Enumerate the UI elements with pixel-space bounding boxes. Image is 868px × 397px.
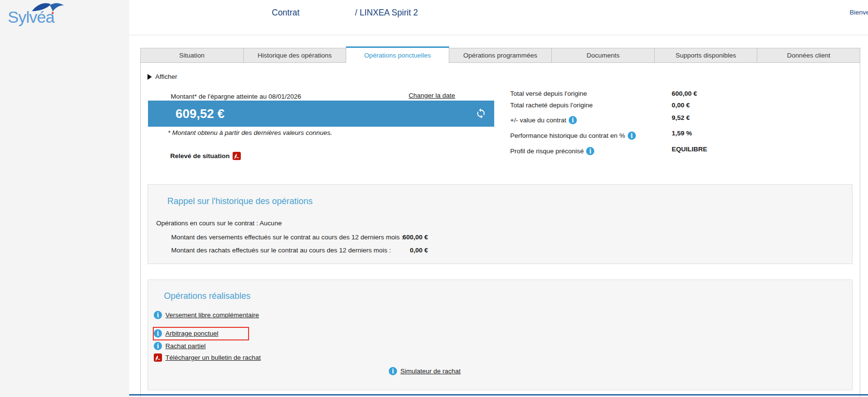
tab-situation[interactable]: Situation [140, 48, 244, 63]
savings-amount-value: 609,52 € [176, 106, 224, 121]
info-icon[interactable]: i [586, 147, 594, 155]
bulletin-rachat-link[interactable]: Télécharger un bulletin de rachat [165, 354, 261, 361]
info-icon[interactable]: i [154, 329, 162, 338]
info-icon[interactable]: i [389, 367, 397, 375]
op-bulletin-rachat: Télécharger un bulletin de rachat [154, 353, 261, 362]
stat-performance-label: Performance historique du contrat en % i [510, 132, 636, 140]
arbitrage-ponctuel-link[interactable]: Arbitrage ponctuel [165, 330, 219, 337]
history-rachats-row: Montant des rachats effectués sur le con… [171, 247, 391, 254]
breadcrumb-contract-name: / LINXEA Spirit 2 [355, 8, 418, 18]
op-versement-libre: i Versement libre complémentaire [154, 311, 259, 319]
savings-amount-box: 609,52 € [148, 101, 494, 127]
history-versements-row: Montant des versements effectués sur le … [171, 234, 403, 241]
tab-supports-disponibles[interactable]: Supports disponibles [654, 48, 758, 63]
afficher-label: Afficher [155, 73, 177, 80]
tab-bar: Situation Historique des opérations Opér… [140, 46, 860, 63]
pdf-icon[interactable] [154, 353, 162, 362]
history-recap-title: Rappel sur l'historique des opérations [167, 196, 313, 206]
tab-historique-des-operations[interactable]: Historique des opérations [243, 48, 347, 63]
stat-total-rachete-value: 0,00 € [672, 102, 690, 109]
breadcrumb-root: Contrat [272, 8, 299, 18]
history-recap-box: Rappel sur l'historique des opérations O… [147, 184, 853, 264]
contract-page: Sylvéa Contrat / LINXEA Spirit 2 Bienven… [0, 0, 868, 397]
tab-operations-ponctuelles[interactable]: Opérations ponctuelles [346, 46, 449, 63]
pdf-icon[interactable] [233, 152, 241, 160]
savings-amount-label: Montant* de l'épargne atteinte au 08/01/… [171, 93, 301, 100]
stat-performance-value: 1,59 % [672, 130, 692, 137]
refresh-icon[interactable] [475, 108, 486, 121]
tab-donnees-client[interactable]: Données client [757, 48, 860, 63]
op-simulateur-rachat: i Simulateur de rachat [389, 367, 461, 375]
history-rachats-value: 0,00 € [400, 247, 428, 254]
info-icon[interactable]: i [154, 342, 162, 350]
current-operations-text: Opérations en cours sur le contrat : Auc… [156, 220, 282, 227]
stat-plus-value-value: 9,52 € [672, 114, 690, 121]
afficher-toggle[interactable]: Afficher [147, 73, 177, 80]
available-operations-title: Opérations réalisables [164, 291, 250, 301]
top-header: Contrat / LINXEA Spirit 2 Bienvenue, | D… [129, 0, 868, 35]
stat-profil-risque-label: Profil de risque préconisé i [510, 147, 594, 155]
statement-row: Relevé de situation [170, 152, 241, 160]
amount-footnote: * Montant obtenu à partir des dernières … [168, 129, 332, 136]
versement-libre-link[interactable]: Versement libre complémentaire [165, 311, 259, 319]
info-icon[interactable]: i [628, 132, 636, 140]
stat-profil-risque-value: EQUILIBRE [672, 146, 707, 153]
stat-plus-value-label: +/- value du contrat i [510, 116, 577, 124]
history-versements-value: 600,00 € [400, 234, 428, 241]
tab-operations-programmees[interactable]: Opérations programmées [449, 48, 552, 63]
welcome-text: Bienvenue, [850, 9, 868, 16]
logo[interactable]: Sylvéa [8, 8, 54, 27]
simulateur-rachat-link[interactable]: Simulateur de rachat [400, 368, 461, 375]
stat-total-verse-value: 600,00 € [672, 90, 697, 97]
op-rachat-partiel: i Rachat partiel [154, 342, 206, 350]
expand-arrow-icon [147, 74, 152, 80]
footer-divider [129, 394, 868, 396]
stat-total-rachete-label: Total racheté depuis l'origine [510, 102, 593, 109]
stat-total-verse-label: Total versé depuis l'origine [510, 90, 587, 97]
statement-label: Relevé de situation [170, 152, 230, 160]
info-icon[interactable]: i [154, 311, 162, 319]
tab-documents[interactable]: Documents [551, 48, 655, 63]
rachat-partiel-link[interactable]: Rachat partiel [165, 342, 206, 350]
available-operations-box: Opérations réalisables i Versement libre… [147, 279, 853, 390]
change-date-link[interactable]: Changer la date [409, 92, 455, 99]
info-icon[interactable]: i [569, 116, 577, 124]
op-arbitrage-ponctuel: i Arbitrage ponctuel [154, 329, 219, 338]
left-sidebar [0, 0, 129, 397]
